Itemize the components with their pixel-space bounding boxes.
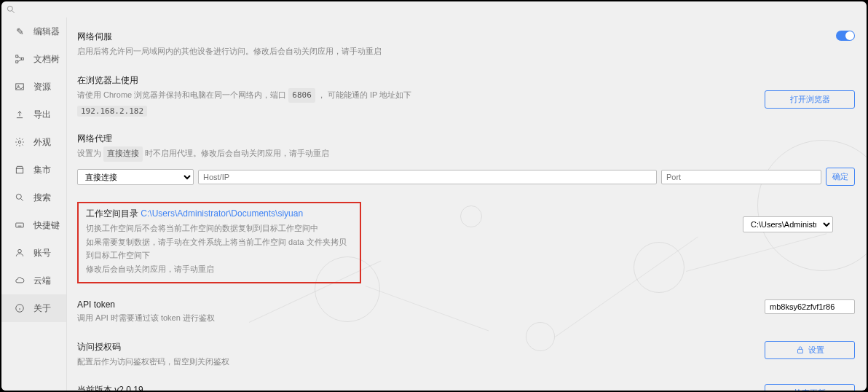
section-desc: 设置为 直接连接 时不启用代理。修改后会自动关闭应用，请手动重启 (77, 146, 855, 162)
svg-point-20 (18, 249, 22, 253)
cloud-icon (15, 275, 25, 286)
open-browser-button[interactable]: 打开浏览器 (765, 90, 855, 109)
info-icon (15, 303, 25, 313)
svg-rect-4 (21, 58, 23, 60)
section-desc: 配置后作为访问鉴权密码，留空则关闭鉴权 (77, 355, 855, 369)
image-icon (15, 82, 25, 92)
sidebar-item-appearance[interactable]: 外观 (1, 128, 66, 156)
market-icon (15, 165, 25, 175)
svg-line-5 (18, 57, 22, 59)
sidebar-item-label: 外观 (33, 136, 51, 149)
sidebar-item-market[interactable]: 集市 (1, 156, 66, 184)
svg-line-14 (21, 199, 23, 201)
check-update-button[interactable]: 检查更新 (765, 384, 855, 391)
sidebar-item-label: 账号 (33, 247, 51, 259)
api-token-input[interactable] (765, 299, 855, 314)
sidebar-item-label: 文档树 (33, 53, 60, 66)
section-desc: 调用 API 时需要通过该 token 进行鉴权 (77, 311, 855, 325)
svg-line-1 (12, 11, 15, 13)
network-serve-section: 网络伺服 启用后将允许同一局域网内的其他设备进行访问。修改后会自动关闭应用，请手… (77, 31, 855, 58)
section-desc: 请使用 Chrome 浏览器并保持和电脑在同一个网络内，端口 6806 ， 可能… (77, 88, 855, 103)
section-title: 访问授权码 (77, 341, 855, 353)
sidebar-item-search[interactable]: 搜索 (1, 184, 66, 211)
access-code-section: 访问授权码 配置后作为访问鉴权密码，留空则关闭鉴权 设置 (77, 341, 855, 369)
sidebar-item-resource[interactable]: 资源 (1, 73, 66, 101)
svg-rect-12 (16, 168, 23, 173)
section-title: 当前版本 v2.0.19 (77, 384, 855, 391)
section-title: 在浏览器上使用 (77, 74, 855, 87)
sidebar-item-label: 集市 (33, 164, 51, 176)
svg-point-13 (16, 194, 21, 199)
upload-icon (15, 109, 25, 119)
user-icon (15, 248, 25, 258)
sidebar-item-account[interactable]: 账号 (1, 239, 66, 267)
api-token-section: API token 调用 API 时需要通过该 token 进行鉴权 (77, 299, 855, 325)
search-icon (6, 4, 16, 15)
sidebar-item-label: 快捷键 (33, 219, 60, 232)
ip-chip: 192.168.2.182 (77, 106, 147, 117)
main-panel: 网络伺服 启用后将允许同一局域网内的其他设备进行访问。修改后会自动关闭应用，请手… (67, 17, 867, 391)
sidebar-item-label: 关于 (33, 302, 51, 315)
svg-line-6 (18, 60, 22, 62)
gear-icon (15, 137, 25, 147)
svg-rect-7 (16, 84, 24, 90)
sidebar-item-doctree[interactable]: 文档树 (1, 45, 66, 73)
proxy-host-input[interactable] (198, 170, 657, 184)
proxy-confirm-button[interactable]: 确定 (826, 168, 855, 186)
sidebar-item-label: 资源 (33, 81, 51, 93)
proxy-port-input[interactable] (661, 170, 821, 184)
section-desc: 启用后将允许同一局域网内的其他设备进行访问。修改后会自动关闭应用，请手动重启 (77, 44, 855, 58)
section-title: API token (77, 299, 855, 310)
svg-rect-15 (16, 223, 24, 227)
sidebar-item-cloud[interactable]: 云端 (1, 267, 66, 294)
pencil-icon: ✎ (15, 26, 25, 37)
workspace-section: 工作空间目录 C:\Users\Administrator\Documents\… (77, 202, 361, 283)
sidebar-item-export[interactable]: 导出 (1, 101, 66, 128)
section-title: 工作空间目录 C:\Users\Administrator\Documents\… (86, 208, 352, 220)
svg-rect-3 (16, 60, 18, 63)
section-title: 网络代理 (77, 133, 855, 145)
workspace-select[interactable]: C:\Users\Administrator\D (743, 216, 833, 232)
sidebar-item-label: 搜索 (33, 192, 51, 204)
section-desc: 切换工作空间后不会将当前工作空间的数据复制到目标工作空间中 如果需要复制数据，请… (86, 222, 352, 276)
port-chip: 6806 (288, 88, 315, 103)
search-icon (15, 192, 25, 203)
network-serve-toggle[interactable] (836, 31, 855, 41)
tree-icon (15, 54, 25, 64)
keyboard-icon (15, 220, 25, 230)
proxy-section: 网络代理 设置为 直接连接 时不启用代理。修改后会自动关闭应用，请手动重启 直接… (77, 133, 855, 186)
access-code-set-button[interactable]: 设置 (765, 341, 855, 359)
svg-rect-24 (798, 349, 803, 353)
svg-rect-2 (16, 55, 18, 58)
svg-point-11 (18, 141, 21, 144)
svg-point-8 (17, 86, 19, 87)
sidebar-item-label: 导出 (33, 109, 51, 121)
browser-use-section: 在浏览器上使用 请使用 Chrome 浏览器并保持和电脑在同一个网络内，端口 6… (77, 74, 855, 117)
sidebar-item-shortcut[interactable]: 快捷键 (1, 211, 66, 239)
workspace-path-link[interactable]: C:\Users\Administrator\Documents\siyuan (141, 208, 303, 219)
lock-icon (795, 345, 805, 355)
svg-point-0 (7, 6, 12, 11)
version-section: 当前版本 v2.0.19 浏览系统公告 检查更新 (77, 384, 855, 391)
sidebar: ✎编辑器 文档树 资源 导出 外观 集市 搜索 快捷键 账号 云端 关于 (1, 17, 67, 391)
proxy-mode-select[interactable]: 直接连接 (77, 169, 194, 185)
sidebar-item-editor[interactable]: ✎编辑器 (1, 17, 66, 45)
sidebar-item-label: 编辑器 (33, 26, 60, 38)
sidebar-item-about[interactable]: 关于 (1, 294, 66, 322)
section-title: 网络伺服 (77, 31, 855, 43)
search-bar[interactable] (1, 1, 867, 17)
sidebar-item-label: 云端 (33, 275, 51, 287)
